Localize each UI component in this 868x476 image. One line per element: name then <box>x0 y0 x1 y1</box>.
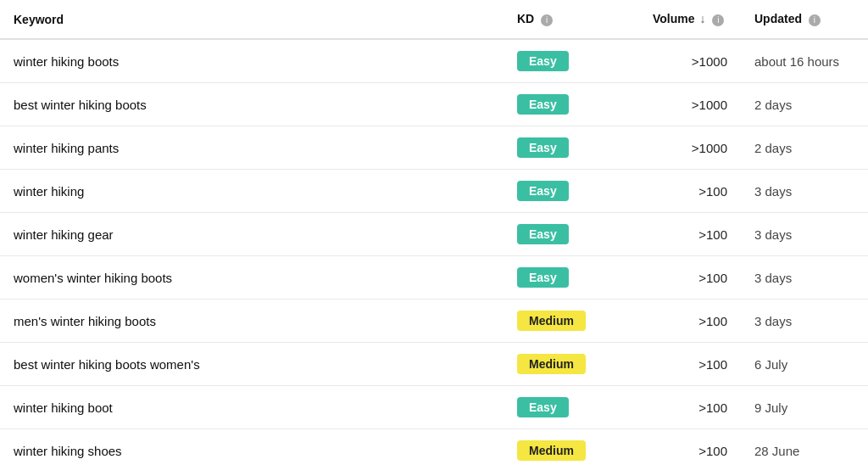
kd-cell: Easy <box>504 170 639 213</box>
kd-cell: Medium <box>504 343 639 386</box>
updated-cell: 6 July <box>741 343 868 386</box>
volume-cell: >100 <box>639 343 741 386</box>
kd-cell: Easy <box>504 386 639 429</box>
updated-cell: about 16 hours <box>741 39 868 83</box>
updated-header: Updated i <box>741 0 868 39</box>
keyword-cell: winter hiking shoes <box>0 429 504 473</box>
keyword-cell: winter hiking pants <box>0 126 504 170</box>
volume-info-icon[interactable]: i <box>712 14 724 26</box>
updated-cell: 9 July <box>741 386 868 429</box>
kd-badge: Easy <box>517 397 569 417</box>
keyword-cell: winter hiking gear <box>0 213 504 256</box>
kd-badge: Medium <box>517 354 586 374</box>
keyword-header: Keyword <box>0 0 504 39</box>
table-row: winter hiking Easy >100 3 days <box>0 170 868 213</box>
kd-badge: Medium <box>517 311 586 331</box>
table-body: winter hiking boots Easy >1000 about 16 … <box>0 39 868 472</box>
updated-cell: 3 days <box>741 170 868 213</box>
keyword-cell: winter hiking boot <box>0 386 504 429</box>
kd-cell: Easy <box>504 256 639 300</box>
kd-cell: Easy <box>504 126 639 170</box>
volume-cell: >1000 <box>639 39 741 83</box>
keyword-cell: best winter hiking boots women's <box>0 343 504 386</box>
table-row: winter hiking boot Easy >100 9 July <box>0 386 868 429</box>
kd-cell: Easy <box>504 39 639 83</box>
keyword-cell: best winter hiking boots <box>0 83 504 126</box>
kd-badge: Easy <box>517 267 569 288</box>
table-row: winter hiking pants Easy >1000 2 days <box>0 126 868 170</box>
table-header-row: Keyword KD i Volume ↓ i Updated i <box>0 0 868 39</box>
volume-header[interactable]: Volume ↓ i <box>639 0 741 39</box>
updated-cell: 2 days <box>741 126 868 170</box>
table-row: winter hiking boots Easy >1000 about 16 … <box>0 39 868 83</box>
volume-cell: >100 <box>639 300 741 343</box>
volume-cell: >100 <box>639 213 741 256</box>
kd-badge: Medium <box>517 440 586 461</box>
kd-header: KD i <box>504 0 639 39</box>
kd-badge: Easy <box>517 224 569 244</box>
keyword-cell: women's winter hiking boots <box>0 256 504 300</box>
updated-cell: 2 days <box>741 83 868 126</box>
volume-cell: >1000 <box>639 126 741 170</box>
updated-cell: 3 days <box>741 256 868 300</box>
kd-badge: Easy <box>517 94 569 115</box>
table-row: winter hiking shoes Medium >100 28 June <box>0 429 868 473</box>
kd-info-icon[interactable]: i <box>541 14 553 26</box>
keyword-table: Keyword KD i Volume ↓ i Updated i winte <box>0 0 868 472</box>
volume-cell: >100 <box>639 170 741 213</box>
volume-cell: >100 <box>639 386 741 429</box>
keyword-table-container: Keyword KD i Volume ↓ i Updated i winte <box>0 0 868 472</box>
updated-cell: 28 June <box>741 429 868 473</box>
keyword-cell: winter hiking <box>0 170 504 213</box>
volume-cell: >100 <box>639 429 741 473</box>
kd-cell: Medium <box>504 300 639 343</box>
kd-cell: Easy <box>504 83 639 126</box>
table-row: best winter hiking boots Easy >1000 2 da… <box>0 83 868 126</box>
updated-cell: 3 days <box>741 213 868 256</box>
keyword-cell: winter hiking boots <box>0 39 504 83</box>
kd-badge: Easy <box>517 137 569 158</box>
updated-info-icon[interactable]: i <box>809 14 821 26</box>
table-row: men's winter hiking boots Medium >100 3 … <box>0 300 868 343</box>
table-row: best winter hiking boots women's Medium … <box>0 343 868 386</box>
volume-cell: >1000 <box>639 83 741 126</box>
volume-sort-icon: ↓ <box>699 12 705 25</box>
table-row: women's winter hiking boots Easy >100 3 … <box>0 256 868 300</box>
updated-cell: 3 days <box>741 300 868 343</box>
kd-cell: Easy <box>504 213 639 256</box>
volume-cell: >100 <box>639 256 741 300</box>
table-row: winter hiking gear Easy >100 3 days <box>0 213 868 256</box>
kd-cell: Medium <box>504 429 639 473</box>
kd-badge: Easy <box>517 181 569 201</box>
kd-badge: Easy <box>517 51 569 71</box>
keyword-cell: men's winter hiking boots <box>0 300 504 343</box>
